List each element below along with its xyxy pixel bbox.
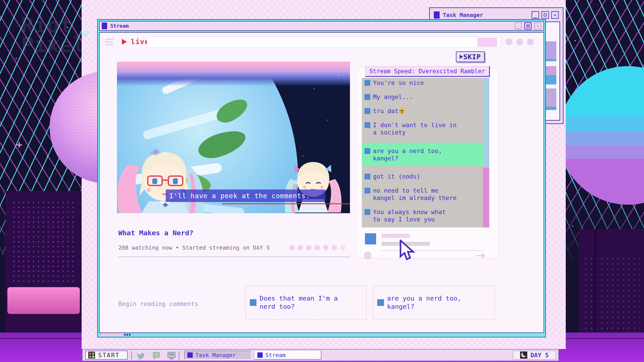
chat-message: You always know whatto say I love you (364, 208, 480, 223)
live-badge: live (131, 37, 149, 45)
speaker-grille (583, 256, 640, 330)
chat-message-highlighted: are you a nerd too,kangel? (362, 143, 483, 166)
mouse-cursor (399, 240, 415, 261)
chat-avatar (250, 299, 256, 306)
chat-input-area[interactable] (362, 228, 489, 257)
stream-speed-label: Stream Speed: Overexcited Rambler (365, 66, 490, 77)
progress-line (222, 203, 350, 204)
maximize-button[interactable] (541, 11, 549, 19)
scrollbar-thumb[interactable] (483, 168, 489, 228)
stream-page: live SKIP (99, 32, 544, 333)
separator (179, 351, 179, 360)
taskbar-button-task-manager[interactable]: Task Manager (184, 351, 251, 360)
pink-cylinder (8, 287, 80, 314)
space-stars (117, 62, 118, 62)
chat-avatar (364, 122, 370, 128)
chat-avatar (377, 299, 384, 306)
pixel-sprinkles (0, 0, 3, 3)
task-manager-titlebar[interactable]: Task Manager _ × (432, 10, 560, 20)
stream-titlebar[interactable]: Stream _ × (99, 21, 544, 31)
separator (131, 351, 132, 360)
comment-choice-1[interactable]: Does that mean I'm anerd too? (245, 286, 366, 320)
taskbar-clock: DAY 5 (513, 351, 556, 360)
sky-gradient (117, 62, 350, 86)
chat-scrollbar[interactable] (483, 78, 489, 228)
emote-button[interactable] (364, 252, 372, 260)
chat-avatar (364, 148, 370, 154)
stream-window-icon (102, 22, 107, 29)
minimize-button[interactable]: _ (514, 22, 522, 29)
chat-avatar (364, 80, 370, 86)
divider (118, 257, 350, 257)
stream-title: What Makes a Nerd? (118, 229, 194, 237)
maximize-icon (526, 24, 530, 27)
maximize-button[interactable] (524, 22, 532, 29)
stream-window-title: Stream (110, 23, 129, 29)
taskbar: START Task Manager Stream DAY 5 (82, 349, 559, 361)
send-icon[interactable] (477, 253, 486, 259)
sparkle-icon: + (16, 139, 22, 151)
chat-avatar (364, 108, 370, 114)
video-player: I'll have a peek at the comments. (117, 62, 350, 213)
task-manager-title: Task Manager (443, 12, 483, 18)
scrollbar-track[interactable] (483, 78, 489, 168)
chrome-dot-icon (516, 39, 523, 45)
task-manager-icon (434, 11, 440, 18)
close-button[interactable]: × (551, 11, 559, 19)
chat-avatar (364, 174, 370, 179)
game-screen: + + Riot Pixels Task Manager _ × (0, 0, 644, 362)
chat-message: My angel... (364, 93, 480, 100)
input-underline (382, 250, 485, 251)
close-button[interactable]: × (534, 22, 541, 29)
chat-message: You're so nice (364, 79, 480, 86)
windows-logo-icon (88, 352, 95, 359)
chat-message: no need to tell mekangel im already ther… (364, 187, 480, 202)
maximize-icon (544, 13, 547, 16)
minimize-button[interactable]: _ (532, 11, 539, 19)
chat-bubble-icon[interactable] (151, 351, 162, 360)
viewer-dots (289, 245, 346, 250)
input-placeholder-bar (382, 234, 410, 238)
taskbar-button-stream[interactable]: Stream (254, 351, 321, 360)
play-icon (122, 39, 127, 45)
subtitle: I'll have a peek at the comments. (166, 189, 325, 202)
play-icon (460, 55, 463, 59)
user-avatar (365, 233, 376, 245)
monitor-icon[interactable] (166, 351, 177, 360)
speaker-grille (12, 200, 76, 283)
begin-reading-label: Begin reading comments (118, 300, 198, 307)
window-icon (258, 353, 263, 358)
chat-avatar (364, 209, 370, 215)
start-button[interactable]: START (85, 351, 128, 360)
menu-icon[interactable] (105, 39, 113, 47)
chat-message: I don't want to live ina society (364, 121, 480, 136)
smiley-emoji-icon (399, 108, 405, 114)
chat-avatar (364, 188, 370, 194)
skip-button[interactable]: SKIP (456, 51, 484, 62)
chrome-dot-icon (506, 39, 512, 45)
chat-avatar (364, 94, 370, 100)
chat-panel: You're so nice My angel... tru dat I don… (356, 68, 499, 258)
stream-window: Stream _ × live SKIP (97, 19, 546, 338)
address-bar-button[interactable] (478, 38, 497, 47)
day-label: DAY 5 (530, 352, 548, 359)
window-icon (188, 353, 193, 358)
bird-icon[interactable] (136, 351, 146, 360)
chat-message-list: You're so nice My angel... tru dat I don… (362, 78, 483, 228)
comment-choice-2[interactable]: are you a nerd too,kangel? (373, 286, 495, 320)
chat-message: tru dat (364, 107, 480, 115)
loading-bar (101, 333, 123, 336)
chrome-dot-icon (527, 39, 534, 45)
address-bar[interactable] (147, 37, 501, 48)
moon-icon (520, 352, 527, 359)
stream-stats: 208 watching now • Started streaming on … (118, 245, 270, 251)
chat-message: got it (nods) (364, 173, 480, 180)
